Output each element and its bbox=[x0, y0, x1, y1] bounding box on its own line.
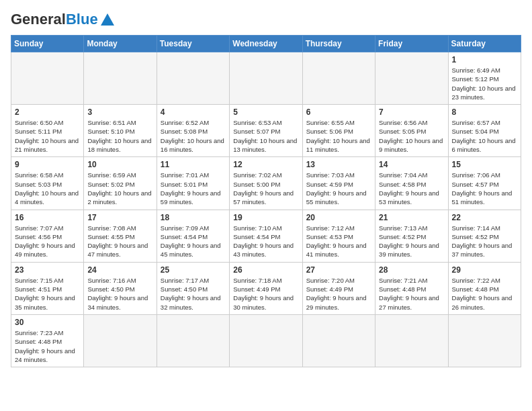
day-info: Sunrise: 7:13 AMSunset: 4:52 PMDaylight:… bbox=[379, 224, 444, 259]
day-info: Sunrise: 7:06 AMSunset: 4:57 PMDaylight:… bbox=[452, 171, 517, 206]
day-info: Sunrise: 7:03 AMSunset: 4:59 PMDaylight:… bbox=[306, 171, 371, 206]
day-number: 29 bbox=[452, 265, 517, 275]
day-info: Sunrise: 7:16 AMSunset: 4:50 PMDaylight:… bbox=[87, 276, 152, 312]
calendar-cell: 23Sunrise: 7:15 AMSunset: 4:51 PMDayligh… bbox=[11, 262, 84, 314]
day-info: Sunrise: 7:17 AMSunset: 4:50 PMDaylight:… bbox=[161, 276, 226, 312]
weekday-header-saturday: Saturday bbox=[448, 36, 521, 52]
calendar-cell: 8Sunrise: 6:57 AMSunset: 5:04 PMDaylight… bbox=[448, 105, 521, 157]
day-number: 25 bbox=[161, 265, 226, 275]
calendar-row-3: 9Sunrise: 6:58 AMSunset: 5:03 PMDaylight… bbox=[11, 157, 521, 210]
day-info: Sunrise: 6:53 AMSunset: 5:07 PMDaylight:… bbox=[233, 118, 298, 154]
calendar-cell: 6Sunrise: 6:55 AMSunset: 5:06 PMDaylight… bbox=[302, 105, 375, 157]
day-number: 10 bbox=[87, 160, 152, 169]
day-number: 4 bbox=[161, 107, 226, 117]
calendar-cell: 14Sunrise: 7:04 AMSunset: 4:58 PMDayligh… bbox=[375, 157, 448, 210]
day-info: Sunrise: 7:01 AMSunset: 5:01 PMDaylight:… bbox=[161, 171, 226, 206]
calendar-cell bbox=[302, 52, 375, 105]
calendar-cell: 15Sunrise: 7:06 AMSunset: 4:57 PMDayligh… bbox=[448, 157, 521, 210]
calendar-cell: 17Sunrise: 7:08 AMSunset: 4:55 PMDayligh… bbox=[84, 210, 157, 262]
calendar-cell: 21Sunrise: 7:13 AMSunset: 4:52 PMDayligh… bbox=[375, 210, 448, 262]
day-number: 3 bbox=[87, 107, 152, 117]
page-header: General Blue bbox=[11, 11, 521, 28]
weekday-header-monday: Monday bbox=[84, 36, 157, 52]
day-number: 22 bbox=[452, 213, 517, 222]
calendar-cell: 24Sunrise: 7:16 AMSunset: 4:50 PMDayligh… bbox=[84, 262, 157, 314]
day-number: 28 bbox=[379, 265, 444, 275]
day-number: 14 bbox=[379, 160, 444, 169]
calendar-cell: 29Sunrise: 7:22 AMSunset: 4:48 PMDayligh… bbox=[448, 262, 521, 314]
calendar-cell bbox=[157, 52, 229, 105]
day-info: Sunrise: 6:55 AMSunset: 5:06 PMDaylight:… bbox=[306, 118, 371, 154]
calendar-cell: 18Sunrise: 7:09 AMSunset: 4:54 PMDayligh… bbox=[157, 210, 229, 262]
calendar-row-1: 1Sunrise: 6:49 AMSunset: 5:12 PMDaylight… bbox=[11, 52, 521, 105]
day-info: Sunrise: 7:12 AMSunset: 4:53 PMDaylight:… bbox=[306, 224, 371, 259]
day-number: 2 bbox=[15, 107, 80, 117]
day-info: Sunrise: 7:02 AMSunset: 5:00 PMDaylight:… bbox=[233, 171, 298, 206]
day-info: Sunrise: 7:08 AMSunset: 4:55 PMDaylight:… bbox=[87, 224, 152, 259]
day-number: 30 bbox=[15, 318, 80, 327]
day-info: Sunrise: 7:20 AMSunset: 4:49 PMDaylight:… bbox=[306, 276, 371, 312]
weekday-header-row: SundayMondayTuesdayWednesdayThursdayFrid… bbox=[11, 36, 521, 52]
logo-general-text: General bbox=[11, 11, 66, 28]
day-number: 12 bbox=[233, 160, 298, 169]
calendar-cell: 2Sunrise: 6:50 AMSunset: 5:11 PMDaylight… bbox=[11, 105, 84, 157]
day-number: 27 bbox=[306, 265, 371, 275]
calendar-cell: 25Sunrise: 7:17 AMSunset: 4:50 PMDayligh… bbox=[157, 262, 229, 314]
day-number: 5 bbox=[233, 107, 298, 117]
day-number: 20 bbox=[306, 213, 371, 222]
calendar-cell: 12Sunrise: 7:02 AMSunset: 5:00 PMDayligh… bbox=[230, 157, 302, 210]
calendar-row-2: 2Sunrise: 6:50 AMSunset: 5:11 PMDaylight… bbox=[11, 105, 521, 157]
weekday-header-friday: Friday bbox=[375, 36, 448, 52]
weekday-header-tuesday: Tuesday bbox=[157, 36, 229, 52]
calendar-cell: 30Sunrise: 7:23 AMSunset: 4:48 PMDayligh… bbox=[11, 314, 84, 367]
calendar-table: SundayMondayTuesdayWednesdayThursdayFrid… bbox=[11, 35, 521, 367]
logo-blue-text: Blue bbox=[66, 11, 98, 28]
calendar-row-6: 30Sunrise: 7:23 AMSunset: 4:48 PMDayligh… bbox=[11, 314, 521, 367]
day-number: 19 bbox=[233, 213, 298, 222]
calendar-cell bbox=[375, 52, 448, 105]
calendar-cell: 16Sunrise: 7:07 AMSunset: 4:56 PMDayligh… bbox=[11, 210, 84, 262]
day-number: 6 bbox=[306, 107, 371, 117]
calendar-cell bbox=[157, 314, 229, 367]
calendar-cell bbox=[230, 52, 302, 105]
day-info: Sunrise: 6:50 AMSunset: 5:11 PMDaylight:… bbox=[15, 118, 80, 154]
day-info: Sunrise: 7:10 AMSunset: 4:54 PMDaylight:… bbox=[233, 224, 298, 259]
calendar-cell: 3Sunrise: 6:51 AMSunset: 5:10 PMDaylight… bbox=[84, 105, 157, 157]
day-info: Sunrise: 7:15 AMSunset: 4:51 PMDaylight:… bbox=[15, 276, 80, 312]
calendar-cell: 19Sunrise: 7:10 AMSunset: 4:54 PMDayligh… bbox=[230, 210, 302, 262]
day-info: Sunrise: 7:21 AMSunset: 4:48 PMDaylight:… bbox=[379, 276, 444, 312]
day-number: 23 bbox=[15, 265, 80, 275]
day-info: Sunrise: 6:57 AMSunset: 5:04 PMDaylight:… bbox=[452, 118, 517, 154]
day-number: 16 bbox=[15, 213, 80, 222]
calendar-cell bbox=[84, 52, 157, 105]
day-info: Sunrise: 6:52 AMSunset: 5:08 PMDaylight:… bbox=[161, 118, 226, 154]
day-number: 7 bbox=[379, 107, 444, 117]
day-info: Sunrise: 7:18 AMSunset: 4:49 PMDaylight:… bbox=[233, 276, 298, 312]
day-info: Sunrise: 7:23 AMSunset: 4:48 PMDaylight:… bbox=[15, 328, 80, 364]
day-info: Sunrise: 6:59 AMSunset: 5:02 PMDaylight:… bbox=[87, 171, 152, 206]
day-number: 8 bbox=[452, 107, 517, 117]
day-number: 18 bbox=[161, 213, 226, 222]
calendar-cell: 1Sunrise: 6:49 AMSunset: 5:12 PMDaylight… bbox=[448, 52, 521, 105]
calendar-cell: 5Sunrise: 6:53 AMSunset: 5:07 PMDaylight… bbox=[230, 105, 302, 157]
weekday-header-wednesday: Wednesday bbox=[230, 36, 302, 52]
calendar-cell: 13Sunrise: 7:03 AMSunset: 4:59 PMDayligh… bbox=[302, 157, 375, 210]
calendar-row-4: 16Sunrise: 7:07 AMSunset: 4:56 PMDayligh… bbox=[11, 210, 521, 262]
calendar-cell: 9Sunrise: 6:58 AMSunset: 5:03 PMDaylight… bbox=[11, 157, 84, 210]
day-info: Sunrise: 6:49 AMSunset: 5:12 PMDaylight:… bbox=[452, 66, 517, 101]
calendar-cell: 22Sunrise: 7:14 AMSunset: 4:52 PMDayligh… bbox=[448, 210, 521, 262]
calendar-cell: 26Sunrise: 7:18 AMSunset: 4:49 PMDayligh… bbox=[230, 262, 302, 314]
day-info: Sunrise: 6:58 AMSunset: 5:03 PMDaylight:… bbox=[15, 171, 80, 206]
day-number: 1 bbox=[452, 55, 517, 64]
calendar-cell bbox=[448, 314, 521, 367]
day-number: 13 bbox=[306, 160, 371, 169]
calendar-cell bbox=[302, 314, 375, 367]
calendar-cell bbox=[11, 52, 84, 105]
calendar-cell: 10Sunrise: 6:59 AMSunset: 5:02 PMDayligh… bbox=[84, 157, 157, 210]
day-info: Sunrise: 7:14 AMSunset: 4:52 PMDaylight:… bbox=[452, 224, 517, 259]
day-info: Sunrise: 7:09 AMSunset: 4:54 PMDaylight:… bbox=[161, 224, 226, 259]
calendar-cell bbox=[375, 314, 448, 367]
day-number: 11 bbox=[161, 160, 226, 169]
day-number: 26 bbox=[233, 265, 298, 275]
calendar-cell: 20Sunrise: 7:12 AMSunset: 4:53 PMDayligh… bbox=[302, 210, 375, 262]
